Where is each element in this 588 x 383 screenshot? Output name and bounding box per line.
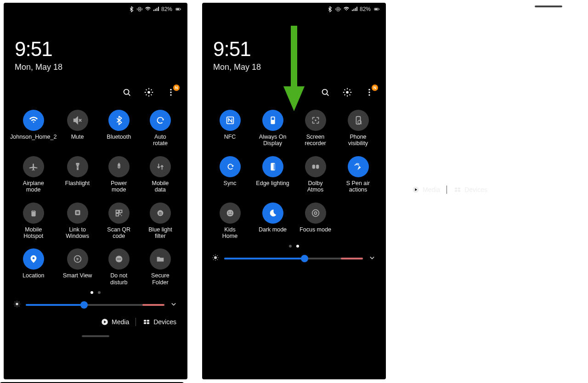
qs-tile-smartview[interactable]: Smart View (57, 248, 98, 286)
qs-tile-wifi[interactable]: Johnson_Home_2 (10, 110, 57, 147)
clock-time: 9:51 (15, 38, 176, 61)
tile-label: NFC (224, 134, 236, 146)
tile-label: DolbyAtmos (307, 180, 323, 193)
qs-tile-qr[interactable]: Scan QRcode (98, 203, 140, 240)
qs-tile-hotspot[interactable]: MobileHotspot (10, 203, 57, 240)
tile-label: Always OnDisplay (259, 134, 287, 147)
qs-tile-aod[interactable]: Always OnDisplay (251, 110, 294, 147)
battery-pct: 82% (360, 6, 371, 12)
media-button[interactable]: Media (412, 186, 440, 194)
more-icon[interactable]: N (364, 87, 375, 98)
tile-label: KidsHome (222, 226, 237, 240)
quick-settings-panel-page2: 82% 9:51 Mon, May 18 N NFCAlways OnDispl… (202, 3, 386, 379)
tile-label: Airplanemode (23, 180, 44, 193)
tile-label: Powermode (111, 180, 127, 193)
tile-label: Johnson_Home_2 (10, 134, 57, 146)
qs-tile-spen[interactable]: S Pen airactions (337, 156, 379, 193)
qs-tile-mute[interactable]: Mute (57, 110, 98, 147)
tile-label: Blue lightfilter (148, 226, 172, 240)
qs-tile-dolby[interactable]: DolbyAtmos (294, 156, 337, 193)
tile-label: Screenrecorder (305, 134, 326, 147)
tile-label: Smart View (63, 272, 92, 285)
chevron-down-icon[interactable] (169, 299, 178, 310)
tile-label: Edge lighting (256, 180, 289, 193)
brightness-slider[interactable] (26, 304, 164, 306)
qs-tile-darkmode[interactable]: Dark mode (251, 203, 294, 240)
tile-label: Link toWindows (66, 226, 89, 240)
tile-label: SecureFolder (151, 272, 170, 286)
qs-tile-bluetooth[interactable]: Bluetooth (98, 110, 140, 147)
devices-button[interactable]: Devices (142, 318, 176, 326)
brightness-slider[interactable] (224, 258, 363, 259)
tile-label: Dark mode (259, 226, 287, 239)
devices-button[interactable]: Devices (453, 186, 487, 194)
brightness-icon (211, 253, 220, 264)
search-icon[interactable] (320, 87, 331, 98)
chevron-down-icon[interactable] (368, 253, 377, 264)
tile-label: Sync (224, 180, 237, 193)
qs-tile-folder[interactable]: SecureFolder (140, 248, 181, 286)
tile-label: Location (23, 272, 44, 285)
tile-label: Scan QRcode (107, 226, 130, 240)
qs-tile-focus[interactable]: Focus mode (294, 203, 337, 240)
quick-settings-panel-page1: 82% 9:51 Mon, May 18 N Johnson_Home_2Mut… (4, 3, 187, 379)
gear-icon[interactable] (143, 87, 154, 98)
tile-label: Do notdisturb (110, 272, 128, 286)
qs-tile-link[interactable]: Link toWindows (57, 203, 98, 240)
status-bar: 82% (202, 3, 386, 16)
qs-tile-screenrec[interactable]: Screenrecorder (294, 110, 337, 147)
tile-label: S Pen airactions (346, 180, 370, 193)
qs-tile-flashlight[interactable]: Flashlight (57, 156, 98, 193)
clock-date: Mon, May 18 (15, 62, 176, 72)
drag-handle[interactable] (535, 6, 562, 7)
tile-label: MobileHotspot (23, 226, 43, 240)
qs-tile-edge[interactable]: Edge lighting (251, 156, 294, 193)
tile-label: Mute (71, 134, 84, 146)
tile-label: Autorotate (153, 134, 168, 147)
tile-label: Mobiledata (152, 180, 169, 193)
brightness-icon (13, 300, 21, 310)
clock-block: 9:51 Mon, May 18 (4, 16, 187, 76)
tile-label: Bluetooth (107, 134, 131, 146)
tile-label: Phonevisibility (348, 134, 368, 147)
status-bar: 82% (4, 3, 187, 16)
qs-tile-kids[interactable]: KidsHome (209, 203, 251, 240)
clock-block: 9:51 Mon, May 18 (202, 16, 386, 76)
qs-tile-bluelight[interactable]: Blue lightfilter (140, 203, 181, 240)
qs-tile-power[interactable]: Powermode (98, 156, 140, 193)
media-button[interactable]: Media (101, 318, 129, 326)
notification-badge: N (372, 84, 378, 91)
qs-tile-airplane[interactable]: Airplanemode (10, 156, 57, 193)
gear-icon[interactable] (342, 87, 353, 98)
tile-label: Focus mode (300, 226, 331, 239)
qs-tile-mobiledata[interactable]: Mobiledata (140, 156, 181, 193)
qs-tile-sync[interactable]: Sync (209, 156, 251, 193)
qs-tile-nfc[interactable]: NFC (209, 110, 251, 147)
search-icon[interactable] (121, 87, 132, 98)
qs-tile-dnd[interactable]: Do notdisturb (98, 248, 140, 286)
drag-handle[interactable] (82, 335, 109, 337)
battery-pct: 82% (161, 6, 172, 12)
tile-label: Flashlight (65, 180, 90, 193)
notification-badge: N (173, 84, 180, 91)
qs-tile-visibility[interactable]: Phonevisibility (337, 110, 379, 147)
clock-date: Mon, May 18 (213, 62, 375, 72)
qs-tile-rotate[interactable]: Autorotate (140, 110, 181, 147)
clock-time: 9:51 (213, 38, 375, 61)
more-icon[interactable]: N (165, 87, 176, 98)
qs-tile-location[interactable]: Location (10, 248, 57, 286)
